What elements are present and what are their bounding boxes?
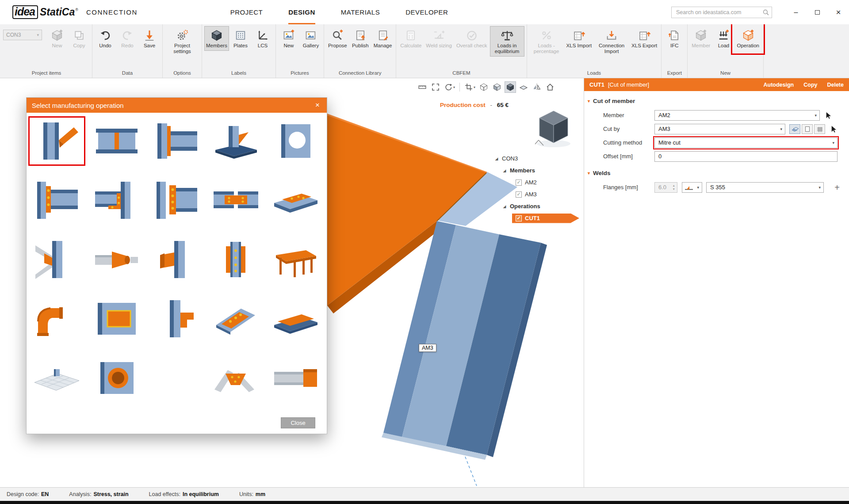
ribbon-button-connection-import[interactable]: Connection Import xyxy=(594,26,629,57)
expander-icon[interactable]: ◢ xyxy=(502,168,507,173)
ribbon-button-new: New xyxy=(46,26,68,51)
ribbon-button-save[interactable]: Save xyxy=(139,26,160,51)
checkbox-checked[interactable]: ✓ xyxy=(516,179,522,186)
cutting-method-select[interactable]: Mitre cut ▾ xyxy=(654,137,838,148)
ribbon-con3-selector[interactable]: CON3▾ xyxy=(3,30,42,40)
search-input[interactable] xyxy=(671,7,772,18)
viewport-tool-section[interactable]: ▾ xyxy=(463,81,476,93)
operation-thumb-negative-volume[interactable] xyxy=(92,357,142,399)
operation-thumb-connecting-plate[interactable] xyxy=(32,179,82,221)
tree-node-am3[interactable]: ✓ AM3 xyxy=(494,188,585,200)
operation-thumb-welded-gusset[interactable] xyxy=(211,357,261,399)
minimize-button[interactable]: – xyxy=(785,0,807,24)
pick-cutby-pointer-icon[interactable] xyxy=(830,125,838,133)
operation-thumb-plate-cut[interactable] xyxy=(151,298,201,340)
operation-thumb-member-from-plate[interactable] xyxy=(271,357,321,399)
pick-member-pointer-icon[interactable] xyxy=(825,111,833,119)
operation-thumb-cleat[interactable] xyxy=(92,179,142,221)
cutby-plate-button[interactable] xyxy=(802,124,813,134)
ribbon-button-xls-import[interactable]: XLS Import xyxy=(565,26,594,51)
viewport-tool-cube-solid[interactable] xyxy=(505,81,516,93)
section-cut-of-member[interactable]: ▾ Cut of member xyxy=(588,98,849,104)
copy-operation-button[interactable]: Copy xyxy=(803,82,817,88)
ribbon-button-propose[interactable]: Propose xyxy=(326,26,349,51)
dialog-titlebar[interactable]: Select manufacturing operation × xyxy=(27,98,327,113)
navigation-cube[interactable] xyxy=(533,108,574,151)
operation-thumb-flange-plate[interactable] xyxy=(271,179,321,221)
cutby-grid-button[interactable] xyxy=(814,124,825,134)
viewport-tool-cube-shaded[interactable] xyxy=(491,81,503,93)
tree-node-con3[interactable]: ◢ CON3 xyxy=(494,153,585,164)
ribbon-button-undo[interactable]: Undo xyxy=(95,26,116,51)
tab-materials[interactable]: MATERIALS xyxy=(341,0,380,24)
ribbon-button-plates[interactable]: Plates xyxy=(230,26,251,51)
operation-thumb-opening-stiffener[interactable] xyxy=(92,298,142,340)
ribbon-button-load[interactable]: Load xyxy=(713,26,734,51)
operation-thumb-concrete-block[interactable] xyxy=(32,357,82,399)
operation-thumb-surface-plate[interactable] xyxy=(271,298,321,340)
operation-thumb-stub[interactable] xyxy=(151,238,201,281)
ribbon-button-loads-in-equilibrium[interactable]: Loads in equilibrium xyxy=(490,26,524,57)
operation-thumb-cut-of-member[interactable] xyxy=(32,120,82,162)
operation-thumb-opening[interactable] xyxy=(271,120,321,162)
operation-thumb-stiffener[interactable] xyxy=(92,120,142,162)
operation-thumb-base-plate[interactable] xyxy=(211,120,261,162)
operation-thumb-splice[interactable] xyxy=(211,179,261,221)
tree-node-am2[interactable]: ✓ AM2 xyxy=(494,176,585,188)
member-select[interactable]: AM2 ▾ xyxy=(654,110,820,121)
operation-thumb-end-plate[interactable] xyxy=(151,120,201,162)
ribbon-button-new[interactable]: New xyxy=(278,26,299,51)
tab-developer[interactable]: DEVELOPER xyxy=(405,0,448,24)
tree-node-label: AM3 xyxy=(525,191,537,198)
viewport-tool-plane[interactable] xyxy=(518,81,529,93)
viewport-tool-cube-wire[interactable] xyxy=(478,81,490,93)
viewport-tool-mirror[interactable] xyxy=(531,81,543,93)
add-weld-button[interactable]: + xyxy=(832,183,842,192)
ribbon-button-manage[interactable]: Manage xyxy=(372,26,394,51)
cutby-surface-button[interactable] xyxy=(789,124,800,134)
operation-thumb-bolted-plates[interactable] xyxy=(211,238,261,281)
delete-operation-button[interactable]: Delete xyxy=(827,82,844,88)
maximize-button[interactable] xyxy=(807,0,828,24)
viewport-tool-home[interactable] xyxy=(544,81,556,93)
offset-input[interactable] xyxy=(654,151,838,162)
operation-thumb-bend[interactable] xyxy=(32,298,82,340)
weld-material-select[interactable]: S 355 ▾ xyxy=(706,182,824,193)
autodesign-button[interactable]: Autodesign xyxy=(763,82,794,88)
operation-thumb-fin-plate[interactable] xyxy=(151,179,201,221)
tab-project[interactable]: PROJECT xyxy=(230,0,263,24)
tree-node-members[interactable]: ◢ Members xyxy=(494,164,585,176)
dialog-close-icon[interactable]: × xyxy=(314,101,321,110)
expander-icon[interactable]: ◢ xyxy=(494,157,499,161)
viewport-tool-measure[interactable] xyxy=(417,81,428,93)
expander-icon[interactable]: ◢ xyxy=(502,204,507,209)
ribbon-button-project-settings[interactable]: Project settings xyxy=(165,26,199,57)
ribbon-button-ifc[interactable]: IFC xyxy=(664,26,685,51)
checkbox-checked[interactable]: ✓ xyxy=(516,191,522,198)
ribbon-button-gallery[interactable]: Gallery xyxy=(300,26,321,51)
tree-node-operations[interactable]: ◢ Operations xyxy=(494,200,585,212)
operation-thumb-workplane[interactable] xyxy=(271,238,321,281)
checkbox-checked[interactable]: ✓ xyxy=(516,215,522,221)
operation-thumb-cone[interactable] xyxy=(92,238,142,281)
cut-by-select[interactable]: AM3 ▾ xyxy=(654,124,785,134)
ribbon-button-publish[interactable]: Publish xyxy=(350,26,371,51)
ribbon-button-xls-export[interactable]: XLS Export xyxy=(630,26,659,51)
viewport-tool-fit[interactable] xyxy=(430,81,441,93)
cube-plus-icon xyxy=(51,29,63,42)
operation-thumb-gusset-plate[interactable] xyxy=(32,238,82,281)
status-label: Analysis: xyxy=(69,491,91,497)
viewport-tool-orbit[interactable]: ▾ xyxy=(443,81,456,93)
tab-design[interactable]: DESIGN xyxy=(288,0,315,24)
ribbon-button-members[interactable]: Members xyxy=(204,26,229,51)
dialog-close-button[interactable]: Close xyxy=(281,417,315,428)
tree-node-cut1-selected[interactable]: ✓ CUT1 xyxy=(512,214,579,223)
publish-icon xyxy=(354,29,367,42)
close-button[interactable]: × xyxy=(828,0,849,24)
ribbon-button-lcs[interactable]: LCS xyxy=(252,26,273,51)
tree-node-cut1-wrap: ✓ CUT1 xyxy=(494,212,585,224)
section-welds[interactable]: ▾ Welds xyxy=(588,170,849,176)
weld-type-select[interactable]: ▾ xyxy=(682,182,702,193)
ribbon-button-operation[interactable]: Operation xyxy=(735,26,761,51)
operation-thumb-inclined-splice[interactable] xyxy=(211,298,261,340)
